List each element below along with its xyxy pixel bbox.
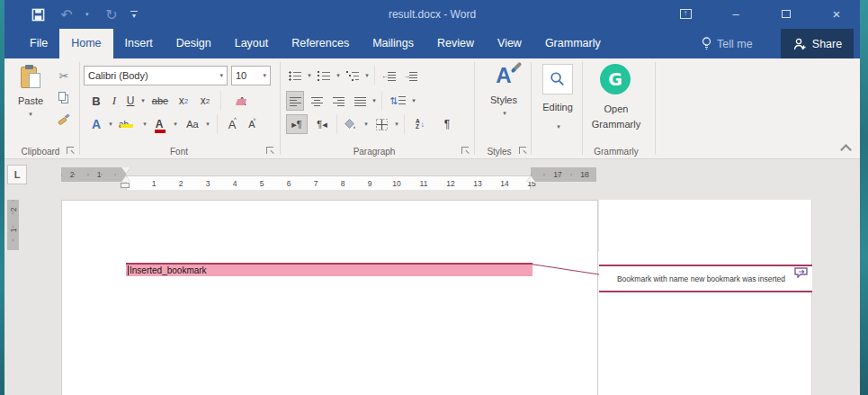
tab-layout[interactable]: Layout [223, 29, 281, 58]
styles-dialog-launcher[interactable] [519, 147, 526, 154]
sort-icon: AZ ↓ [416, 119, 425, 130]
desktop-edge-right [860, 0, 868, 395]
tab-references[interactable]: References [280, 29, 361, 58]
font-size-combobox[interactable]: 10 ▾ [231, 66, 271, 85]
minimize-icon: – [732, 7, 738, 21]
paste-clipboard-icon [21, 66, 40, 90]
change-case-button[interactable]: Aa [183, 114, 202, 134]
undo-button[interactable]: ↶ [57, 4, 76, 24]
tell-me-button[interactable]: Tell me [702, 29, 753, 58]
ruler-number: 13 [473, 180, 481, 187]
text-highlight-button[interactable]: ab [116, 114, 138, 134]
horizontal-ruler: 21 123456789101112131415 1718 [61, 167, 596, 182]
tab-review[interactable]: Review [425, 29, 486, 58]
underline-dropdown[interactable]: ▾ [138, 91, 147, 111]
comment-balloon[interactable]: Bookmark with name new bookmark was inse… [599, 265, 812, 292]
tell-me-label: Tell me [717, 38, 753, 50]
tab-home[interactable]: Home [59, 29, 112, 58]
italic-button[interactable]: I [107, 91, 121, 111]
customize-qat-button[interactable]: ▾ [130, 11, 138, 18]
line-spacing-button[interactable]: ⇅ [387, 91, 408, 111]
paste-button[interactable]: Paste ▾ [11, 64, 50, 138]
justify-dropdown[interactable]: ▾ [369, 91, 378, 111]
left-indent-marker[interactable] [121, 183, 130, 188]
underline-button[interactable]: U [123, 91, 138, 111]
rtl-direction-button[interactable]: ¶◂ [311, 114, 333, 134]
multilevel-list-dropdown[interactable]: ▾ [362, 66, 371, 85]
first-line-indent-marker[interactable] [121, 167, 130, 174]
styles-button[interactable]: A Styles ▾ [479, 64, 528, 130]
vruler-top-margin: 21 [7, 200, 19, 250]
justify-button[interactable] [351, 91, 369, 111]
font-color-button[interactable]: A [150, 114, 168, 134]
line-spacing-dropdown[interactable]: ▾ [408, 91, 417, 111]
maximize-button[interactable] [771, 0, 801, 27]
subscript-button[interactable]: x2 [174, 91, 193, 111]
bold-button[interactable]: B [87, 91, 105, 111]
clear-formatting-button[interactable]: A [228, 91, 256, 111]
shrink-font-button[interactable]: A˅ [243, 114, 261, 134]
ltr-direction-button[interactable]: ▸¶ [286, 114, 308, 134]
cut-scissors-icon: ✂ [59, 69, 69, 83]
increase-indent-button[interactable]: → [400, 66, 420, 85]
undo-dropdown-arrow[interactable]: ▾ [85, 11, 93, 18]
tab-insert[interactable]: Insert [113, 29, 165, 58]
cut-button[interactable]: ✂ [52, 66, 76, 85]
align-center-button[interactable] [308, 91, 326, 111]
ruler-number: 1 [10, 229, 17, 233]
styles-button-label: Styles [490, 94, 517, 105]
tab-stop-selector[interactable]: L [7, 165, 27, 184]
ruler-number: 7 [314, 180, 318, 187]
hanging-indent-marker[interactable] [121, 175, 130, 182]
text-effects-dropdown[interactable]: ▾ [105, 114, 114, 134]
bookmark-highlight[interactable]: Inserted_bookmark [126, 263, 532, 276]
share-button[interactable]: Share [781, 29, 854, 58]
bullets-dropdown[interactable]: ▾ [304, 66, 313, 85]
pilcrow-icon: ¶ [444, 118, 450, 130]
clipboard-dialog-launcher[interactable] [67, 147, 74, 154]
save-button[interactable] [28, 4, 48, 24]
format-painter-button[interactable] [52, 109, 76, 129]
borders-button[interactable] [371, 114, 391, 134]
collapse-ribbon-button[interactable] [842, 144, 849, 151]
copy-button[interactable] [52, 87, 76, 107]
right-indent-marker[interactable] [526, 175, 535, 182]
multilevel-list-button[interactable] [344, 66, 362, 85]
align-right-button[interactable] [329, 91, 347, 111]
paragraph-dialog-launcher[interactable] [461, 147, 469, 154]
borders-dropdown[interactable]: ▾ [391, 114, 400, 134]
change-case-dropdown[interactable]: ▾ [202, 114, 211, 134]
align-left-button[interactable] [286, 91, 304, 111]
numbering-button[interactable] [315, 66, 333, 85]
close-button[interactable]: × [821, 0, 852, 27]
superscript-button[interactable]: x2 [195, 91, 215, 111]
bullets-icon [289, 71, 301, 81]
font-dialog-launcher[interactable] [266, 147, 273, 154]
text-highlight-dropdown[interactable]: ▾ [139, 114, 148, 134]
ribbon-tab-bar: File Home Insert Design Layout Reference… [4, 29, 860, 58]
minimize-button[interactable]: – [720, 0, 751, 27]
show-hide-pilcrow-button[interactable]: ¶ [438, 114, 456, 134]
tab-view[interactable]: View [486, 29, 533, 58]
tab-grammarly[interactable]: Grammarly [533, 29, 613, 58]
document-page[interactable] [61, 200, 598, 395]
font-name-combobox[interactable]: Calibri (Body) ▾ [84, 66, 228, 85]
sort-button[interactable]: AZ ↓ [409, 114, 431, 134]
tab-mailings[interactable]: Mailings [361, 29, 425, 58]
comment-bubble-icon[interactable] [794, 267, 809, 278]
tab-design[interactable]: Design [165, 29, 223, 58]
font-color-dropdown[interactable]: ▾ [170, 114, 179, 134]
shading-dropdown[interactable]: ▾ [361, 114, 370, 134]
tab-file[interactable]: File [18, 29, 59, 58]
decrease-indent-button[interactable]: ← [379, 66, 398, 85]
shading-button[interactable] [341, 114, 361, 134]
text-effects-button[interactable]: A [87, 114, 105, 134]
grow-font-button[interactable]: A˄ [223, 114, 241, 134]
numbering-dropdown[interactable]: ▾ [333, 66, 342, 85]
strikethrough-button[interactable]: abe [148, 91, 172, 111]
redo-button[interactable]: ↻ [102, 4, 121, 24]
paste-label: Paste [18, 95, 43, 106]
ribbon-display-options-button[interactable]: ↑ [670, 0, 701, 27]
word-window: ↶ ▾ ↻ ▾ result.docx - Word ↑ – × File Ho… [0, 0, 868, 395]
bullets-button[interactable] [286, 66, 304, 85]
